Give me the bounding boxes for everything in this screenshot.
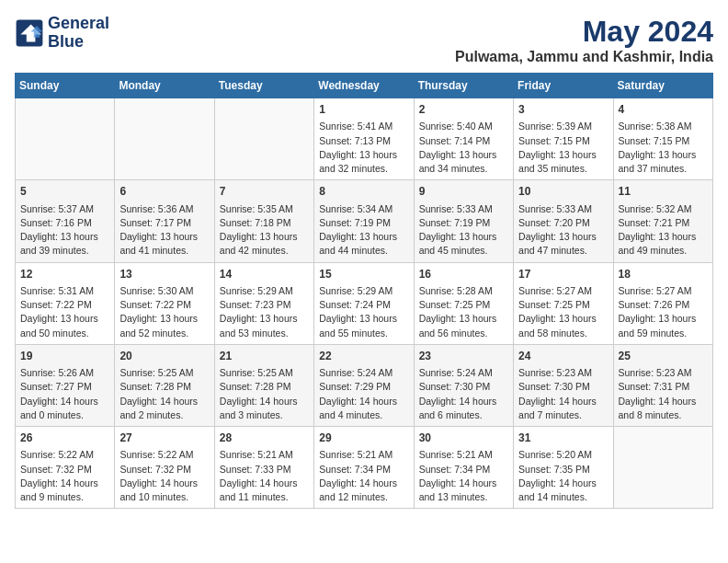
day-content-line: Daylight: 14 hours xyxy=(619,395,708,408)
day-content-line: Sunrise: 5:28 AM xyxy=(419,284,508,298)
day-content-line: Daylight: 13 hours xyxy=(220,312,309,326)
day-content-line: Daylight: 14 hours xyxy=(518,477,608,490)
day-content-line: Sunrise: 5:30 AM xyxy=(119,284,209,298)
day-content-line: Daylight: 13 hours xyxy=(319,230,408,244)
day-content-line: and 13 minutes. xyxy=(419,490,508,504)
day-content-line: Sunrise: 5:31 AM xyxy=(20,284,109,298)
day-content-line: Daylight: 14 hours xyxy=(518,395,608,408)
day-content-line: and 42 minutes. xyxy=(220,244,309,258)
day-content-line: and 45 minutes. xyxy=(419,244,508,258)
day-number: 25 xyxy=(619,349,708,364)
day-number: 10 xyxy=(518,184,608,200)
empty-cell xyxy=(16,98,115,180)
day-cell-24: 24Sunrise: 5:23 AMSunset: 7:30 PMDayligh… xyxy=(514,344,613,426)
day-cell-29: 29Sunrise: 5:21 AMSunset: 7:34 PMDayligh… xyxy=(314,427,414,509)
day-content-line: Sunset: 7:34 PM xyxy=(419,463,508,477)
day-content-line: Sunset: 7:34 PM xyxy=(319,463,408,477)
day-number: 4 xyxy=(619,102,708,118)
day-content-line: Daylight: 14 hours xyxy=(319,477,408,490)
day-content-line: Sunset: 7:26 PM xyxy=(619,298,708,312)
day-cell-28: 28Sunrise: 5:21 AMSunset: 7:33 PMDayligh… xyxy=(214,427,313,509)
day-content-line: Sunset: 7:32 PM xyxy=(119,463,209,477)
day-cell-10: 10Sunrise: 5:33 AMSunset: 7:20 PMDayligh… xyxy=(514,180,613,262)
day-content-line: and 32 minutes. xyxy=(319,162,408,176)
day-content-line: Daylight: 14 hours xyxy=(119,395,209,408)
day-number: 20 xyxy=(119,349,209,364)
empty-cell xyxy=(115,98,214,180)
day-cell-15: 15Sunrise: 5:29 AMSunset: 7:24 PMDayligh… xyxy=(314,262,414,344)
day-number: 17 xyxy=(518,267,608,282)
day-content-line: Sunrise: 5:40 AM xyxy=(419,120,508,133)
day-content-line: Sunset: 7:14 PM xyxy=(419,134,508,148)
day-number: 19 xyxy=(20,349,109,364)
day-content-line: and 47 minutes. xyxy=(518,244,608,258)
day-content-line: and 58 minutes. xyxy=(518,327,608,340)
day-number: 26 xyxy=(20,431,109,446)
day-content-line: and 8 minutes. xyxy=(619,408,708,422)
day-content-line: Sunset: 7:31 PM xyxy=(619,380,708,394)
day-content-line: Daylight: 14 hours xyxy=(419,395,508,408)
day-number: 31 xyxy=(518,431,608,446)
day-number: 21 xyxy=(220,349,309,364)
day-content-line: Sunrise: 5:29 AM xyxy=(220,284,309,298)
day-cell-30: 30Sunrise: 5:21 AMSunset: 7:34 PMDayligh… xyxy=(414,427,513,509)
day-content-line: Sunrise: 5:25 AM xyxy=(220,366,309,380)
day-content-line: Daylight: 13 hours xyxy=(518,312,608,326)
day-content-line: Sunset: 7:15 PM xyxy=(619,134,708,148)
empty-cell xyxy=(214,98,313,180)
day-content-line: and 0 minutes. xyxy=(20,408,109,422)
day-number: 28 xyxy=(220,431,309,446)
day-content-line: Sunrise: 5:38 AM xyxy=(619,120,708,133)
day-content-line: Daylight: 13 hours xyxy=(518,148,608,162)
day-content-line: Sunrise: 5:25 AM xyxy=(119,366,209,380)
week-row-0: 1Sunrise: 5:41 AMSunset: 7:13 PMDaylight… xyxy=(16,98,713,180)
day-content-line: and 56 minutes. xyxy=(419,327,508,340)
day-cell-20: 20Sunrise: 5:25 AMSunset: 7:28 PMDayligh… xyxy=(115,344,214,426)
day-content-line: Daylight: 13 hours xyxy=(619,148,708,162)
day-content-line: Sunset: 7:21 PM xyxy=(619,216,708,230)
day-content-line: and 50 minutes. xyxy=(20,327,109,340)
day-content-line: and 49 minutes. xyxy=(619,244,708,258)
day-content-line: Sunset: 7:23 PM xyxy=(220,298,309,312)
day-cell-14: 14Sunrise: 5:29 AMSunset: 7:23 PMDayligh… xyxy=(214,262,313,344)
day-number: 24 xyxy=(518,349,608,364)
day-number: 5 xyxy=(20,184,109,200)
day-number: 1 xyxy=(319,102,408,118)
day-content-line: Sunrise: 5:29 AM xyxy=(319,284,408,298)
day-content-line: Sunset: 7:33 PM xyxy=(220,463,309,477)
day-content-line: and 55 minutes. xyxy=(319,327,408,340)
day-content-line: Sunrise: 5:24 AM xyxy=(319,366,408,380)
day-number: 2 xyxy=(419,102,508,118)
day-content-line: Daylight: 13 hours xyxy=(119,230,209,244)
weekday-header-tuesday: Tuesday xyxy=(214,74,313,98)
weekday-header-sunday: Sunday xyxy=(16,74,115,98)
day-content-line: and 2 minutes. xyxy=(119,408,209,422)
day-content-line: Sunset: 7:25 PM xyxy=(518,298,608,312)
day-content-line: and 59 minutes. xyxy=(619,327,708,340)
day-cell-21: 21Sunrise: 5:25 AMSunset: 7:28 PMDayligh… xyxy=(214,344,313,426)
day-content-line: and 7 minutes. xyxy=(518,408,608,422)
day-cell-13: 13Sunrise: 5:30 AMSunset: 7:22 PMDayligh… xyxy=(115,262,214,344)
day-content-line: Sunrise: 5:33 AM xyxy=(419,202,508,216)
logo-text: General Blue xyxy=(48,15,109,52)
day-content-line: Sunrise: 5:22 AM xyxy=(20,448,109,462)
day-content-line: Sunset: 7:19 PM xyxy=(419,216,508,230)
day-content-line: Sunset: 7:18 PM xyxy=(220,216,309,230)
day-number: 6 xyxy=(119,184,209,200)
logo-icon xyxy=(15,18,44,48)
day-content-line: Daylight: 13 hours xyxy=(419,230,508,244)
day-content-line: and 34 minutes. xyxy=(419,162,508,176)
title-area: May 2024 Pulwama, Jammu and Kashmir, Ind… xyxy=(455,15,713,65)
day-number: 30 xyxy=(419,431,508,446)
day-content-line: and 44 minutes. xyxy=(319,244,408,258)
day-number: 11 xyxy=(619,184,708,200)
day-content-line: and 53 minutes. xyxy=(220,327,309,340)
weekday-header-row: SundayMondayTuesdayWednesdayThursdayFrid… xyxy=(16,74,713,98)
week-row-4: 26Sunrise: 5:22 AMSunset: 7:32 PMDayligh… xyxy=(16,427,713,509)
day-content-line: Daylight: 13 hours xyxy=(319,312,408,326)
day-content-line: Daylight: 14 hours xyxy=(419,477,508,490)
day-cell-25: 25Sunrise: 5:23 AMSunset: 7:31 PMDayligh… xyxy=(613,344,712,426)
day-content-line: Sunset: 7:15 PM xyxy=(518,134,608,148)
day-content-line: Sunset: 7:13 PM xyxy=(319,134,408,148)
day-cell-22: 22Sunrise: 5:24 AMSunset: 7:29 PMDayligh… xyxy=(314,344,414,426)
